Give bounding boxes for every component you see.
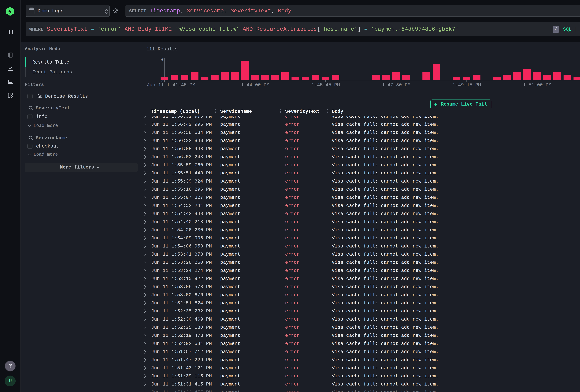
svg-text:1:45:45 PM: 1:45:45 PM bbox=[311, 82, 340, 88]
svg-text:Jun 11 1:41:45 PM: Jun 11 1:41:45 PM bbox=[147, 82, 195, 88]
svg-text:1:51:00 PM: 1:51:00 PM bbox=[523, 82, 551, 88]
svg-text:1:47:30 PM: 1:47:30 PM bbox=[382, 82, 410, 88]
svg-text:1:44:00 PM: 1:44:00 PM bbox=[241, 82, 269, 88]
svg-text:1:49:15 PM: 1:49:15 PM bbox=[452, 82, 481, 88]
svg-text:8: 8 bbox=[160, 57, 163, 62]
